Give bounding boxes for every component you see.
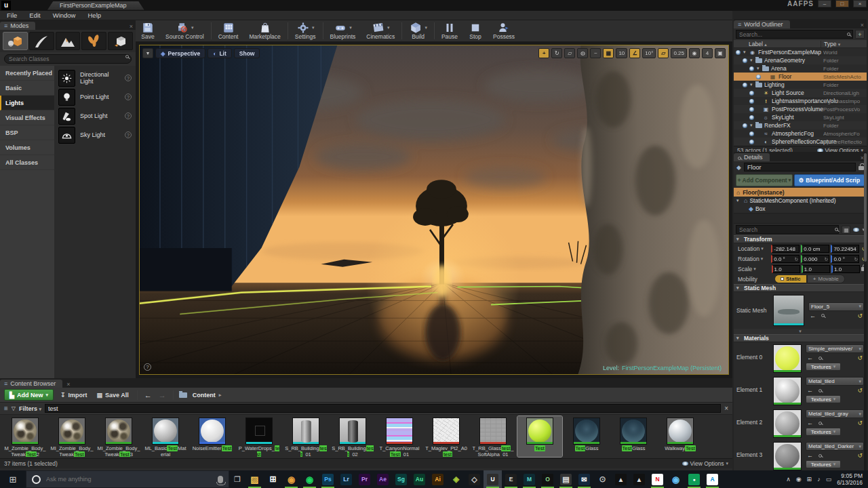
help-circle-icon[interactable] bbox=[125, 131, 132, 138]
scale-z-field[interactable]: 1.0 bbox=[831, 265, 860, 273]
use-selected-icon[interactable]: ← bbox=[807, 452, 813, 459]
textures-dropdown[interactable]: Textures▾ bbox=[806, 363, 841, 371]
location-y-field[interactable]: 0.0 cm bbox=[801, 245, 829, 253]
actor-name-field[interactable] bbox=[744, 163, 856, 171]
asset-tile[interactable]: ML_BasicTestMaterial bbox=[143, 416, 188, 457]
perspective-button[interactable]: ◈Perspective bbox=[155, 48, 205, 58]
asset-tile-selected[interactable]: Test bbox=[517, 416, 562, 457]
asset-tile[interactable]: T_Maglev_Pt2_A0_test bbox=[424, 416, 469, 457]
help-circle-icon[interactable] bbox=[125, 94, 132, 100]
file-explorer-icon[interactable]: ▨ bbox=[245, 470, 264, 488]
microphone-icon[interactable] bbox=[218, 476, 223, 483]
breadcrumb-caret-icon[interactable]: ▸ bbox=[219, 392, 222, 398]
visibility-eye-icon[interactable] bbox=[756, 75, 761, 79]
rotation-knob-icon[interactable] bbox=[854, 256, 859, 263]
search-classes-input[interactable] bbox=[4, 54, 132, 64]
outliner-row[interactable]: FirstPersonExampleMapWorld bbox=[734, 48, 867, 56]
category-all-classes[interactable]: All Classes bbox=[0, 155, 54, 170]
static-mesh-select[interactable]: Floor_5▾ bbox=[808, 302, 864, 311]
material-select[interactable]: Metal_tiled▾ bbox=[806, 377, 864, 386]
textures-dropdown[interactable]: Textures▾ bbox=[806, 395, 841, 403]
import-button[interactable]: ↧Import bbox=[58, 392, 90, 399]
taskbar-clock[interactable]: 9:05 PM 6/13/2016 bbox=[837, 472, 863, 486]
azure-icon[interactable]: A bbox=[703, 470, 722, 488]
scale-y-field[interactable]: 1.0 bbox=[802, 265, 830, 273]
visibility-eye-icon[interactable] bbox=[743, 123, 747, 128]
filters-dropdown[interactable]: Filters ▾ bbox=[19, 405, 41, 412]
possess-button[interactable]: Possess bbox=[488, 20, 520, 41]
sky-light-item[interactable]: Sky Light bbox=[54, 125, 136, 144]
asset-tile[interactable]: S_RB_Buildingtest_02 bbox=[330, 416, 375, 457]
camera-speed-button[interactable]: ◉ bbox=[689, 48, 700, 58]
asset-tile[interactable]: T_CanyonNormalTest_01 bbox=[377, 416, 422, 457]
help-circle-icon[interactable] bbox=[125, 75, 132, 81]
minimize-button[interactable] bbox=[818, 0, 831, 7]
forward-arrow-button[interactable]: → bbox=[157, 391, 167, 399]
netflix-icon[interactable]: N bbox=[648, 470, 667, 488]
tray-expand-icon[interactable]: ∧ bbox=[786, 476, 791, 483]
add-component-button[interactable]: +Add Component▾ bbox=[736, 174, 793, 186]
rotate-tool-button[interactable]: ↻ bbox=[551, 48, 562, 58]
reset-material-icon[interactable] bbox=[857, 387, 863, 394]
material-thumbnail[interactable] bbox=[773, 442, 802, 470]
material-thumbnail[interactable] bbox=[773, 409, 802, 438]
outliner-row[interactable]: AtmosphericFogAtmosphericFo bbox=[734, 129, 867, 138]
asset-tile[interactable]: MI_Zombie_Body_TweakTest3 bbox=[96, 416, 141, 457]
unity-icon[interactable]: ◇ bbox=[465, 470, 484, 488]
use-selected-icon[interactable]: ← bbox=[807, 387, 813, 394]
grid-snap-toggle[interactable]: ▦ bbox=[603, 48, 614, 58]
modes-tab[interactable]: Modes bbox=[0, 22, 35, 30]
viewport-options-button[interactable]: ▾ bbox=[142, 48, 153, 58]
marketplace-button[interactable]: Marketplace bbox=[243, 20, 285, 41]
expand-caret-icon[interactable] bbox=[736, 198, 742, 203]
static-mesh-thumbnail[interactable] bbox=[773, 295, 804, 326]
content-browser-close-icon[interactable] bbox=[66, 381, 70, 388]
clear-search-icon[interactable] bbox=[724, 405, 728, 412]
mode-geometry-button[interactable] bbox=[108, 32, 133, 50]
category-bsp[interactable]: BSP bbox=[0, 125, 54, 140]
world-outliner-tab[interactable]: World Outliner bbox=[734, 20, 790, 28]
maximize-viewport-button[interactable]: ▣ bbox=[715, 48, 726, 58]
outliner-row[interactable]: RenderFXFolder bbox=[734, 121, 867, 129]
mode-paint-button[interactable] bbox=[29, 32, 54, 50]
browse-icon[interactable] bbox=[821, 314, 825, 317]
section-collapse-caret[interactable]: ▾ bbox=[734, 329, 867, 334]
category-basic[interactable]: Basic bbox=[0, 81, 54, 96]
menu-file[interactable]: File bbox=[7, 12, 17, 19]
menu-help[interactable]: Help bbox=[87, 12, 101, 19]
notes-icon[interactable]: ▤ bbox=[557, 470, 575, 488]
material-select[interactable]: Metal_tiled_Darker▾ bbox=[806, 442, 864, 451]
cortana-search[interactable] bbox=[26, 470, 229, 488]
lightroom-icon[interactable]: Lr bbox=[337, 470, 355, 488]
build-button[interactable]: ▾Build bbox=[403, 20, 433, 41]
lock-icon[interactable] bbox=[859, 166, 864, 170]
content-view-options[interactable]: View Options▾ bbox=[682, 460, 728, 467]
details-tab[interactable]: Details bbox=[734, 153, 770, 161]
start-button[interactable]: ⊞ bbox=[0, 470, 26, 488]
world-local-toggle[interactable]: ◍ bbox=[577, 48, 588, 58]
cinematics-button[interactable]: ▾Cinematics bbox=[361, 20, 400, 41]
maximize-button[interactable] bbox=[835, 0, 849, 7]
location-z-field[interactable]: 70.22454 bbox=[831, 245, 859, 253]
hangouts-icon[interactable]: ● bbox=[685, 470, 703, 488]
asset-tile[interactable]: TestGlass bbox=[564, 416, 609, 457]
scale-tool-button[interactable]: ▱ bbox=[564, 48, 575, 58]
pause-button[interactable]: Pause bbox=[436, 20, 463, 41]
outliner-row[interactable]: LightingFolder bbox=[734, 81, 867, 89]
point-light-item[interactable]: Point Light bbox=[54, 87, 136, 106]
maya-icon[interactable]: M bbox=[520, 470, 538, 488]
mode-place-button[interactable] bbox=[3, 32, 28, 50]
save-all-button[interactable]: ▤Save All bbox=[94, 392, 132, 399]
game-icon[interactable]: ▲ bbox=[612, 470, 630, 488]
use-selected-icon[interactable]: ← bbox=[810, 312, 816, 319]
steam-icon[interactable]: ◉ bbox=[667, 470, 685, 488]
view-mode-button[interactable]: ◐Lit bbox=[208, 48, 232, 58]
menu-window[interactable]: Window bbox=[53, 12, 76, 19]
reset-mesh-icon[interactable] bbox=[857, 312, 863, 319]
photoshop-icon[interactable]: Ps bbox=[319, 470, 337, 488]
textures-dropdown[interactable]: Textures▾ bbox=[806, 460, 841, 468]
sources-panel-icon[interactable] bbox=[4, 405, 8, 412]
tray-volume-icon[interactable]: ♪ bbox=[817, 476, 821, 483]
rotation-knob-icon[interactable] bbox=[794, 256, 798, 263]
outliner-row-selected[interactable]: FloorStaticMeshActo bbox=[734, 73, 867, 81]
